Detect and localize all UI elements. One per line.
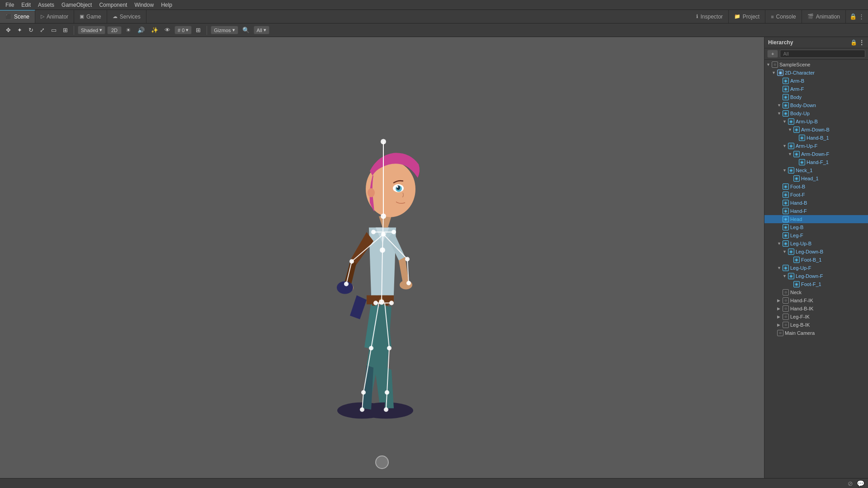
tree-item-hand-b-1[interactable]: ◈Hand-B_1 [764,134,868,142]
panel-options-icon[interactable]: ⋮ [859,13,864,20]
tree-item-leg-f[interactable]: ◈Leg-F [764,231,868,239]
tree-item-arm-up-f[interactable]: ▼◈Arm-Up-F [764,142,868,150]
tree-item-head[interactable]: ◈Head [764,215,868,223]
grid-icon: # [178,28,180,33]
menu-edit[interactable]: Edit [18,1,34,9]
tree-item-arm-down-f[interactable]: ▼◈Arm-Down-F [764,150,868,158]
tab-project[interactable]: 📁 Project [729,10,765,23]
tab-animator-label: Animator [47,14,68,20]
tree-item-hand-f[interactable]: ◈Hand-F [764,207,868,215]
notification-icon[interactable]: ⊘ [848,480,853,487]
tree-item-body-down[interactable]: ▼◈Body-Down [764,101,868,109]
tree-item-foot-f[interactable]: ◈Foot-F [764,191,868,199]
transform-tool[interactable]: ⊞ [61,26,70,34]
tree-item-foot-b-1[interactable]: ◈Foot-B_1 [764,256,868,264]
svg-point-19 [380,248,385,253]
tree-item-neck-1[interactable]: ▼◈Neck_1 [764,166,868,174]
tree-item-leg-b-ik[interactable]: ▶○Leg-B-IK [764,321,868,329]
tree-item-hand-b-ik[interactable]: ▶○Hand-B-IK [764,305,868,313]
rotate-tool[interactable]: ↻ [26,26,36,34]
menu-gameobject[interactable]: GameObject [58,1,95,9]
menu-help[interactable]: Help [157,1,176,9]
tree-arrow: ▶ [777,323,783,327]
gizmos-dropdown[interactable]: Gizmos ▾ [211,26,238,34]
tree-icon: ◈ [783,102,789,108]
tab-services[interactable]: ☁ Services [107,10,146,23]
tree-icon: ◈ [788,118,794,125]
tree-label: Foot-B [790,184,805,189]
hierarchy-search-input[interactable] [780,50,865,58]
tree-item-neck[interactable]: ○Neck [764,288,868,296]
tree-item-foot-b[interactable]: ◈Foot-B [764,183,868,191]
hierarchy-lock-icon[interactable]: 🔒 [850,39,857,46]
tree-item-leg-b[interactable]: ◈Leg-B [764,223,868,231]
tree-item-arm-b[interactable]: ◈Arm-B [764,77,868,85]
search-icon[interactable]: 🔍 [240,26,252,34]
tree-arrow: ▼ [777,111,783,116]
tab-animator[interactable]: ▷ Animator [35,10,74,23]
tab-inspector[interactable]: ℹ Inspector [691,10,728,23]
tree-label: Body-Down [790,103,816,108]
tree-item-body[interactable]: ◈Body [764,93,868,101]
tree-item-main-camera[interactable]: ○Main Camera [764,329,868,337]
tree-item-foot-f-1[interactable]: ◈Foot-F_1 [764,280,868,288]
scale-tool[interactable]: ⤢ [38,26,47,34]
shading-dropdown[interactable]: Shaded ▾ [78,26,105,34]
tree-icon: ◈ [793,257,800,263]
grid-dropdown[interactable]: # 0 ▾ [175,26,192,34]
tab-animation[interactable]: 🎬 Animation [802,10,846,23]
tree-label: Leg-F [790,233,803,238]
tree-item-2d-character[interactable]: ▼◉2D-Character [764,69,868,77]
snap-icon[interactable]: ⊞ [193,26,203,34]
console-warning-icon[interactable]: 💬 [857,480,864,487]
scene-viewport[interactable] [0,37,764,478]
tree-item-leg-up-f[interactable]: ▼◈Leg-Up-F [764,264,868,272]
menu-window[interactable]: Window [131,1,157,9]
tree-item-head-1[interactable]: ◈Head_1 [764,174,868,183]
bottom-handle[interactable] [375,455,389,469]
menu-file[interactable]: File [2,1,18,9]
tree-item-leg-up-b[interactable]: ▼◈Leg-Up-B [764,239,868,248]
lighting-icon[interactable]: ☀ [123,26,133,34]
tree-icon: ◈ [783,110,789,117]
2d-toggle[interactable]: 2D [107,26,122,34]
menu-assets[interactable]: Assets [34,1,58,9]
effects-icon[interactable]: ✨ [149,26,160,34]
hierarchy-add-button[interactable]: + [767,50,778,58]
tab-game[interactable]: ▣ Game [74,10,107,23]
tab-console[interactable]: ≡ Console [765,10,802,23]
audio-icon[interactable]: 🔊 [135,26,147,34]
tree-item-arm-down-b[interactable]: ▼◈Arm-Down-B [764,126,868,134]
tree-item-leg-f-ik[interactable]: ▶○Leg-F-IK [764,313,868,321]
tree-icon: ○ [783,289,789,296]
move-tool[interactable]: ✦ [15,26,24,34]
lock-icon[interactable]: 🔒 [849,13,857,20]
tree-icon: ◈ [793,151,800,157]
tab-scene[interactable]: ⬛ Scene [0,10,35,23]
tree-item-hand-f-ik[interactable]: ▶○Hand-F-IK [764,296,868,305]
tree-icon: ◈ [783,86,789,92]
svg-point-25 [406,281,411,286]
hierarchy-options-icon[interactable]: ⋮ [859,39,864,46]
tree-item-body-up[interactable]: ▼◈Body-Up [764,109,868,117]
tree-arrow: ▼ [777,266,783,270]
menu-component[interactable]: Component [95,1,131,9]
tree-item-arm-up-b[interactable]: ▼◈Arm-Up-B [764,117,868,126]
top-menubar: File Edit Assets GameObject Component Wi… [0,0,868,10]
tree-item-hand-b[interactable]: ◈Hand-B [764,199,868,207]
character-svg [297,94,486,420]
hidden-objects-icon[interactable]: 👁 [162,26,173,34]
hand-tool[interactable]: ✥ [4,26,13,34]
tree-item-leg-down-f[interactable]: ▼◈Leg-Down-F [764,272,868,280]
hierarchy-toolbar: + [764,48,868,60]
tree-icon: ◈ [788,167,794,174]
all-dropdown[interactable]: All ▾ [254,26,269,34]
scene-background [0,37,764,478]
tree-item-hand-f-1[interactable]: ◈Hand-F_1 [764,158,868,166]
tree-item-arm-f[interactable]: ◈Arm-F [764,85,868,93]
tab-game-label: Game [86,14,101,20]
tree-item-leg-down-b[interactable]: ▼◈Leg-Down-B [764,248,868,256]
tree-item-samplescene[interactable]: ▼○SampleScene [764,61,868,69]
tree-label: Arm-B [790,78,804,84]
rect-tool[interactable]: ▭ [49,26,59,34]
